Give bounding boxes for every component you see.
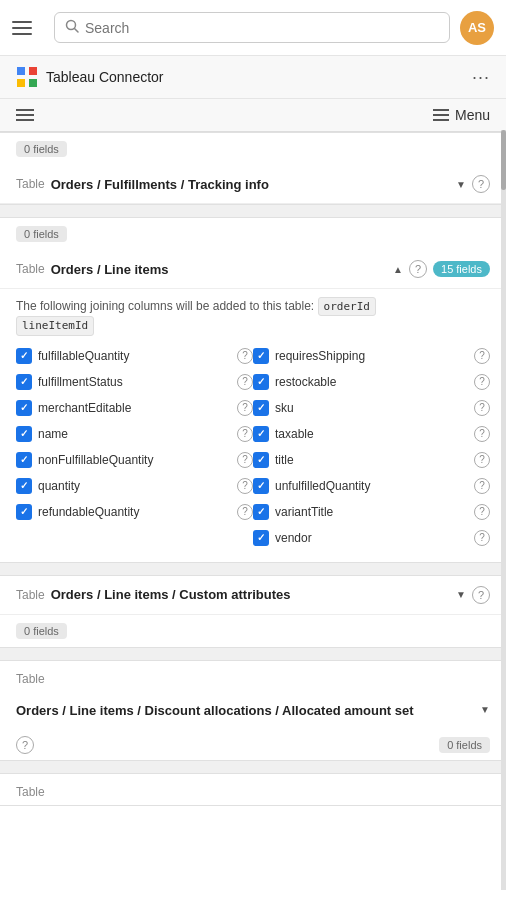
second-bar: Tableau Connector ··· bbox=[0, 56, 506, 99]
field-row: name ? bbox=[16, 422, 253, 446]
menu-label: Menu bbox=[455, 107, 490, 123]
table-name-line-items: Orders / Line items bbox=[51, 262, 387, 277]
table-only-header-last: Table bbox=[0, 774, 506, 805]
field-row: requiresShipping ? bbox=[253, 344, 490, 368]
table-header-discount: Orders / Line items / Discount allocatio… bbox=[0, 692, 506, 730]
sub-hamburger-button[interactable] bbox=[16, 109, 34, 121]
chevron-up-icon[interactable]: ▲ bbox=[393, 264, 403, 275]
chevron-down-icon[interactable]: ▼ bbox=[456, 589, 466, 600]
field-name: taxable bbox=[275, 427, 468, 441]
section-last: Table bbox=[0, 773, 506, 806]
field-name: name bbox=[38, 427, 231, 441]
help-icon[interactable]: ? bbox=[237, 452, 253, 468]
help-icon[interactable]: ? bbox=[474, 504, 490, 520]
help-icon[interactable]: ? bbox=[237, 400, 253, 416]
checkbox-title[interactable] bbox=[253, 452, 269, 468]
svg-rect-4 bbox=[17, 79, 25, 87]
help-icon-custom[interactable]: ? bbox=[472, 586, 490, 604]
checkbox-restockable[interactable] bbox=[253, 374, 269, 390]
table-only-header: Table bbox=[0, 661, 506, 692]
table-only-label: Table bbox=[16, 672, 45, 686]
chevron-down-icon[interactable]: ▼ bbox=[456, 179, 466, 190]
checkbox-requiresShipping[interactable] bbox=[253, 348, 269, 364]
field-name: refundableQuantity bbox=[38, 505, 231, 519]
help-icon[interactable]: ? bbox=[474, 348, 490, 364]
fields-count-badge: 15 fields bbox=[433, 261, 490, 277]
search-box[interactable] bbox=[54, 12, 450, 43]
help-icon[interactable]: ? bbox=[474, 452, 490, 468]
checkbox-refundableQuantity[interactable] bbox=[16, 504, 32, 520]
checkbox-quantity[interactable] bbox=[16, 478, 32, 494]
help-icon[interactable]: ? bbox=[474, 374, 490, 390]
table-name-custom: Orders / Line items / Custom attributes bbox=[51, 587, 450, 602]
tableau-icon bbox=[16, 66, 38, 88]
field-row: taxable ? bbox=[253, 422, 490, 446]
joining-tag-lineitemid: lineItemId bbox=[16, 316, 94, 335]
scrollbar[interactable] bbox=[501, 130, 506, 890]
second-bar-title: Tableau Connector bbox=[46, 69, 464, 85]
help-icon-line-items[interactable]: ? bbox=[409, 260, 427, 278]
search-input[interactable] bbox=[85, 20, 439, 36]
table-header-fulfillments: Table Orders / Fulfillments / Tracking i… bbox=[0, 165, 506, 204]
checkbox-fulfillmentStatus[interactable] bbox=[16, 374, 32, 390]
field-row: nonFulfillableQuantity ? bbox=[16, 448, 253, 472]
help-icon[interactable]: ? bbox=[237, 426, 253, 442]
avatar: AS bbox=[460, 11, 494, 45]
table-header-line-items: Table Orders / Line items ▲ ? 15 fields bbox=[0, 250, 506, 289]
table-header-custom: Table Orders / Line items / Custom attri… bbox=[0, 576, 506, 615]
checkbox-nonFulfillableQuantity[interactable] bbox=[16, 452, 32, 468]
chevron-down-icon[interactable]: ▼ bbox=[480, 704, 490, 715]
help-icon[interactable]: ? bbox=[474, 478, 490, 494]
field-row: merchantEditable ? bbox=[16, 396, 253, 420]
section-line-items: 0 fields Table Orders / Line items ▲ ? 1… bbox=[0, 217, 506, 563]
field-row: vendor ? bbox=[253, 526, 490, 550]
help-icon[interactable]: ? bbox=[474, 426, 490, 442]
content-area: Menu 0 fields Table Orders / Fulfillment… bbox=[0, 99, 506, 806]
svg-rect-2 bbox=[17, 67, 25, 75]
help-icon-discount[interactable]: ? bbox=[16, 736, 34, 754]
field-name: vendor bbox=[275, 531, 468, 545]
fields-badge-custom: 0 fields bbox=[16, 623, 67, 639]
checkbox-name[interactable] bbox=[16, 426, 32, 442]
table-label-custom: Table bbox=[16, 588, 45, 602]
help-icon[interactable]: ? bbox=[474, 400, 490, 416]
field-name: sku bbox=[275, 401, 468, 415]
fields-left: fulfillableQuantity ? fulfillmentStatus … bbox=[16, 344, 253, 550]
field-name: title bbox=[275, 453, 468, 467]
field-name: quantity bbox=[38, 479, 231, 493]
help-icon[interactable]: ? bbox=[237, 504, 253, 520]
field-row: fulfillmentStatus ? bbox=[16, 370, 253, 394]
help-icon[interactable]: ? bbox=[237, 348, 253, 364]
fields-right: requiresShipping ? restockable ? sku ? bbox=[253, 344, 490, 550]
checkbox-taxable[interactable] bbox=[253, 426, 269, 442]
field-row: sku ? bbox=[253, 396, 490, 420]
field-name: requiresShipping bbox=[275, 349, 468, 363]
table-name-discount: Orders / Line items / Discount allocatio… bbox=[16, 702, 474, 720]
checkbox-variantTitle[interactable] bbox=[253, 504, 269, 520]
field-name: unfulfilledQuantity bbox=[275, 479, 468, 493]
field-row: quantity ? bbox=[16, 474, 253, 498]
table-label-line-items: Table bbox=[16, 262, 45, 276]
checkbox-fulfillableQuantity[interactable] bbox=[16, 348, 32, 364]
checkbox-vendor[interactable] bbox=[253, 530, 269, 546]
section-discount-allocations: Table Orders / Line items / Discount all… bbox=[0, 660, 506, 761]
svg-line-1 bbox=[75, 29, 79, 33]
checkbox-unfulfilledQuantity[interactable] bbox=[253, 478, 269, 494]
scroll-thumb[interactable] bbox=[501, 130, 506, 190]
fields-badge-fulfillments: 0 fields bbox=[16, 141, 67, 157]
more-options-button[interactable]: ··· bbox=[472, 67, 490, 88]
menu-lines-icon bbox=[433, 109, 449, 121]
hamburger-button[interactable] bbox=[12, 12, 44, 44]
top-bar: AS bbox=[0, 0, 506, 56]
search-icon bbox=[65, 19, 79, 36]
help-icon[interactable]: ? bbox=[237, 374, 253, 390]
field-row: fulfillableQuantity ? bbox=[16, 344, 253, 368]
help-icon[interactable]: ? bbox=[474, 530, 490, 546]
menu-button[interactable]: Menu bbox=[433, 107, 490, 123]
checkbox-merchantEditable[interactable] bbox=[16, 400, 32, 416]
field-name: nonFulfillableQuantity bbox=[38, 453, 231, 467]
help-icon[interactable]: ? bbox=[237, 478, 253, 494]
checkbox-sku[interactable] bbox=[253, 400, 269, 416]
help-icon-fulfillments[interactable]: ? bbox=[472, 175, 490, 193]
section-custom-attributes: Table Orders / Line items / Custom attri… bbox=[0, 575, 506, 648]
